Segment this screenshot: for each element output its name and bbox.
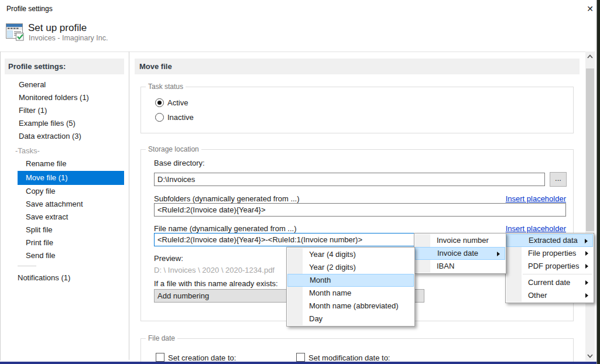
submenu-arrow-icon bbox=[585, 293, 588, 298]
menu-item-label: Month name (abbreviated) bbox=[309, 300, 398, 313]
menu-item-other[interactable]: Other bbox=[506, 289, 593, 302]
sidebar-item-move-file-label: Move file (1) bbox=[26, 173, 68, 183]
sidebar-item-copy-file[interactable]: Copy file bbox=[26, 186, 56, 197]
base-directory-label: Base directory: bbox=[154, 159, 205, 167]
menu-item-label: Invoice number bbox=[437, 234, 489, 247]
scrollbar-down-button[interactable] bbox=[585, 351, 595, 361]
placeholder-menu: Extracted data File properties PDF prope… bbox=[505, 233, 594, 303]
menu-item-current-date[interactable]: Current date bbox=[506, 276, 593, 289]
task-status-legend: Task status bbox=[146, 83, 186, 91]
title-bar: Profile settings bbox=[0, 0, 595, 18]
set-modification-date-label[interactable]: Set modification date to: bbox=[308, 353, 390, 362]
window-title: Profile settings bbox=[6, 5, 53, 13]
sidebar-item-example-files[interactable]: Example files (5) bbox=[19, 118, 76, 129]
set-modification-date-checkbox[interactable] bbox=[296, 353, 305, 362]
menu-item-month-name-abbreviated[interactable]: Month name (abbreviated) bbox=[287, 300, 414, 313]
sidebar-item-general[interactable]: General bbox=[19, 80, 46, 90]
preview-label: Preview: bbox=[154, 254, 183, 263]
storage-location-legend: Storage location bbox=[146, 145, 201, 153]
desktop-background-strip bbox=[597, 0, 600, 364]
preview-value: D: \ Invoices \ 2020 \ 2020-1234.pdf bbox=[154, 266, 275, 274]
filename-label: File name (dynamically generated from ..… bbox=[154, 224, 296, 233]
page-title: Set up profile bbox=[28, 22, 87, 34]
menu-item-label: File properties bbox=[528, 247, 576, 260]
vertical-scrollbar[interactable] bbox=[585, 51, 595, 361]
menu-item-iban[interactable]: IBAN bbox=[415, 260, 505, 273]
sidebar-item-filter[interactable]: Filter (1) bbox=[19, 105, 47, 116]
menu-separator bbox=[523, 274, 592, 274]
menu-item-label: Month bbox=[310, 274, 331, 287]
menu-item-label: Year (4 digits) bbox=[309, 248, 356, 261]
extracted-data-menu: Invoice number Invoice date IBAN bbox=[414, 233, 506, 274]
menu-item-day[interactable]: Day bbox=[287, 313, 414, 325]
menu-item-label: Day bbox=[309, 313, 323, 325]
menu-item-year-4-digits[interactable]: Year (4 digits) bbox=[287, 248, 414, 261]
submenu-arrow-icon bbox=[497, 252, 500, 256]
menu-item-pdf-properties[interactable]: PDF properties bbox=[506, 260, 593, 273]
sidebar-header-label: Profile settings: bbox=[8, 62, 66, 71]
profile-icon bbox=[6, 23, 25, 42]
file-date-group: File date Set creation date to: Set modi… bbox=[140, 338, 574, 364]
scrollbar-up-button[interactable] bbox=[585, 51, 595, 61]
menu-item-file-properties[interactable]: File properties bbox=[506, 247, 593, 260]
main-header: Move file bbox=[135, 59, 580, 74]
submenu-arrow-icon bbox=[585, 280, 588, 285]
sidebar-item-data-extraction[interactable]: Data extraction (3) bbox=[19, 131, 81, 142]
sidebar-item-move-file[interactable]: Move file (1) bbox=[18, 171, 124, 185]
inactive-radio-label[interactable]: Inactive bbox=[167, 113, 194, 122]
menu-item-label: Invoice date bbox=[437, 247, 478, 260]
sidebar-item-save-extract[interactable]: Save extract bbox=[26, 212, 68, 222]
subfolders-input[interactable]: <RuleId:2(Invoice date){Year4}> bbox=[154, 203, 566, 217]
sidebar-item-save-attachment[interactable]: Save attachment bbox=[26, 199, 83, 210]
menu-item-invoice-date[interactable]: Invoice date bbox=[415, 247, 505, 260]
content-top-divider bbox=[0, 51, 595, 52]
menu-item-invoice-number[interactable]: Invoice number bbox=[415, 234, 505, 247]
menu-item-year-2-digits[interactable]: Year (2 digits) bbox=[287, 261, 414, 274]
chevron-up-icon bbox=[585, 51, 595, 61]
subfolders-label: Subfolders (dynamically generated from .… bbox=[154, 194, 300, 203]
menu-item-label: Other bbox=[528, 289, 547, 302]
file-date-legend: File date bbox=[146, 334, 177, 342]
file-exists-label: If a file with this name already exists: bbox=[154, 279, 278, 288]
main-header-label: Move file bbox=[139, 62, 172, 71]
base-directory-input[interactable]: D:\Invoices bbox=[154, 173, 545, 186]
set-creation-date-label[interactable]: Set creation date to: bbox=[168, 353, 236, 362]
task-status-group: Task status Active Inactive bbox=[140, 87, 574, 133]
page-subtitle: Invoices - Imaginary Inc. bbox=[29, 34, 108, 42]
sidebar-item-send-file[interactable]: Send file bbox=[26, 250, 56, 261]
sidebar-item-notifications[interactable]: Notifications (1) bbox=[18, 273, 70, 283]
menu-item-month[interactable]: Month bbox=[287, 274, 414, 287]
scrollbar-thumb[interactable] bbox=[586, 68, 594, 231]
inactive-radio[interactable] bbox=[155, 113, 164, 122]
menu-item-label: Current date bbox=[528, 276, 570, 289]
sidebar-item-rename-file[interactable]: Rename file bbox=[26, 159, 66, 169]
browse-button[interactable]: ... bbox=[550, 172, 567, 187]
submenu-arrow-icon bbox=[585, 264, 588, 269]
close-icon: ✕ bbox=[587, 4, 594, 13]
sidebar-divider bbox=[18, 266, 36, 266]
menu-item-label: IBAN bbox=[437, 260, 454, 273]
menu-item-label: Month name bbox=[309, 287, 351, 300]
set-creation-date-checkbox[interactable] bbox=[156, 353, 164, 362]
submenu-arrow-icon bbox=[585, 239, 588, 243]
close-button[interactable]: ✕ bbox=[585, 4, 595, 14]
menu-item-label: Year (2 digits) bbox=[309, 261, 356, 274]
sidebar-item-monitored-folders[interactable]: Monitored folders (1) bbox=[19, 92, 89, 103]
chevron-down-icon bbox=[585, 351, 595, 361]
active-radio-label[interactable]: Active bbox=[167, 98, 188, 107]
menu-item-month-name[interactable]: Month name bbox=[287, 287, 414, 300]
sidebar-item-split-file[interactable]: Split file bbox=[26, 225, 53, 235]
menu-item-label: Extracted data bbox=[529, 234, 578, 247]
active-radio[interactable] bbox=[155, 98, 164, 107]
window-bottom-border bbox=[0, 362, 597, 364]
submenu-arrow-icon bbox=[585, 251, 588, 256]
menu-item-extracted-data[interactable]: Extracted data bbox=[506, 234, 593, 247]
insert-placeholder-link-subfolders[interactable]: Insert placeholder bbox=[506, 194, 566, 203]
sidebar-main-divider bbox=[129, 51, 129, 360]
invoice-date-menu: Year (4 digits) Year (2 digits) Month Mo… bbox=[286, 247, 415, 327]
insert-placeholder-link-filename[interactable]: Insert placeholder bbox=[506, 224, 566, 233]
sidebar-item-print-file[interactable]: Print file bbox=[26, 238, 53, 248]
menu-item-label: PDF properties bbox=[528, 260, 579, 273]
sidebar-section-tasks: -Tasks- bbox=[15, 146, 40, 156]
sidebar-header: Profile settings: bbox=[5, 59, 124, 74]
